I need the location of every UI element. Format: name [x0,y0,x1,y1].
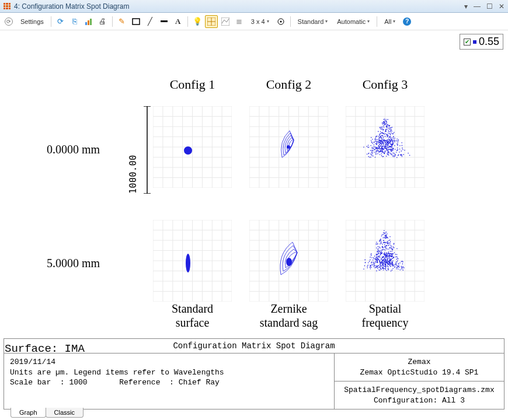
svg-point-734 [391,265,392,267]
wavelength-legend[interactable]: ✔ 0.55 [460,34,503,50]
svg-point-304 [389,127,390,128]
svg-point-904 [380,244,381,245]
svg-point-163 [381,128,382,130]
svg-point-109 [374,149,375,150]
svg-point-522 [385,142,386,143]
svg-point-925 [401,269,402,270]
svg-point-701 [386,232,387,233]
svg-point-740 [385,235,386,236]
svg-point-537 [383,139,384,141]
svg-point-751 [381,250,382,251]
svg-point-631 [394,244,395,245]
svg-point-1055 [380,262,381,264]
svg-point-397 [391,149,392,150]
spot-r2-c2[interactable] [249,220,328,302]
svg-point-969 [383,263,384,264]
svg-point-809 [388,245,389,246]
svg-point-421 [386,145,387,146]
grid-size-dropdown[interactable]: 3 x 4 ▾ [247,15,273,28]
spot-r2-c1[interactable] [153,220,232,302]
save-chart-button[interactable] [82,15,95,28]
svg-point-825 [383,268,384,270]
svg-point-198 [387,124,388,125]
svg-point-807 [384,230,385,232]
wavelength-checkbox[interactable]: ✔ [464,38,471,46]
svg-point-243 [381,135,382,136]
svg-point-496 [392,150,394,151]
svg-point-840 [390,245,391,246]
svg-point-311 [380,136,381,138]
svg-point-752 [383,234,384,235]
spot-r1-c3[interactable] [346,106,425,188]
settings-button[interactable]: Settings [16,15,48,28]
rectangle-tool-button[interactable] [130,15,142,28]
copy-button[interactable]: ⎘ [68,15,81,28]
svg-point-337 [368,153,370,154]
update-button[interactable]: ⟳ [2,15,15,28]
plot-style-button[interactable] [219,15,232,28]
svg-point-851 [367,267,368,268]
svg-point-501 [389,149,390,150]
svg-point-742 [374,267,375,268]
svg-point-277 [376,151,377,152]
help-button[interactable]: ? [401,15,413,28]
svg-point-557 [186,254,190,272]
svg-point-1030 [384,254,385,256]
col-sublabel-3: Spatial frequency [346,302,425,330]
maximize-button[interactable]: ☐ [486,2,493,10]
svg-point-484 [388,152,389,153]
svg-point-486 [376,144,377,145]
svg-point-827 [377,265,378,267]
scale-automatic-dropdown[interactable]: Automatic ▾ [333,15,374,28]
svg-point-229 [382,127,383,128]
svg-point-213 [377,153,378,155]
svg-point-931 [396,268,397,270]
pencil-tool-button[interactable]: ✎ [116,15,128,28]
svg-point-1016 [389,261,390,262]
text-tool-button[interactable]: A [172,15,185,28]
spot-r2-c3[interactable] [346,220,425,302]
thick-line-button[interactable] [158,15,171,28]
svg-point-843 [381,265,382,266]
svg-rect-3 [133,19,140,24]
minimize-button[interactable]: — [474,2,481,10]
svg-point-473 [382,141,383,142]
svg-point-287 [386,121,387,123]
svg-point-177 [409,155,410,156]
svg-point-125 [372,147,373,148]
plot-standard-dropdown[interactable]: Standard ▾ [294,15,332,28]
svg-point-861 [378,256,380,257]
svg-point-912 [390,242,391,243]
line-tool-button[interactable]: ╱ [144,15,156,28]
refresh-button[interactable]: ⟳ [54,15,67,28]
lightbulb-button[interactable]: 💡 [191,15,204,28]
svg-point-960 [377,258,378,259]
spot-r1-c1[interactable] [153,106,232,188]
print-button[interactable]: 🖨 [96,15,109,28]
svg-point-926 [377,268,378,270]
config-all-dropdown[interactable]: All ▾ [380,15,399,28]
svg-point-795 [377,251,378,253]
svg-point-884 [374,265,375,267]
target-button[interactable] [274,15,287,28]
svg-point-648 [382,250,383,251]
svg-point-667 [387,233,388,235]
layers-button[interactable]: ≣ [233,15,246,28]
close-button[interactable]: ✕ [499,2,504,10]
svg-point-411 [367,146,368,147]
spot-r1-c2[interactable] [249,106,328,188]
grid-preset-button[interactable] [205,15,218,28]
svg-point-975 [378,265,379,266]
collapse-button[interactable]: ▾ [464,2,468,10]
svg-point-50 [287,145,290,149]
svg-point-713 [384,249,385,250]
tab-classic[interactable]: Classic [46,408,83,418]
svg-point-962 [392,253,394,254]
svg-point-363 [394,139,395,141]
svg-point-652 [396,256,398,257]
svg-point-207 [382,124,383,125]
svg-point-1049 [392,262,393,264]
svg-point-360 [378,131,379,132]
tab-graph[interactable]: Graph [11,408,46,418]
svg-point-850 [384,266,385,267]
